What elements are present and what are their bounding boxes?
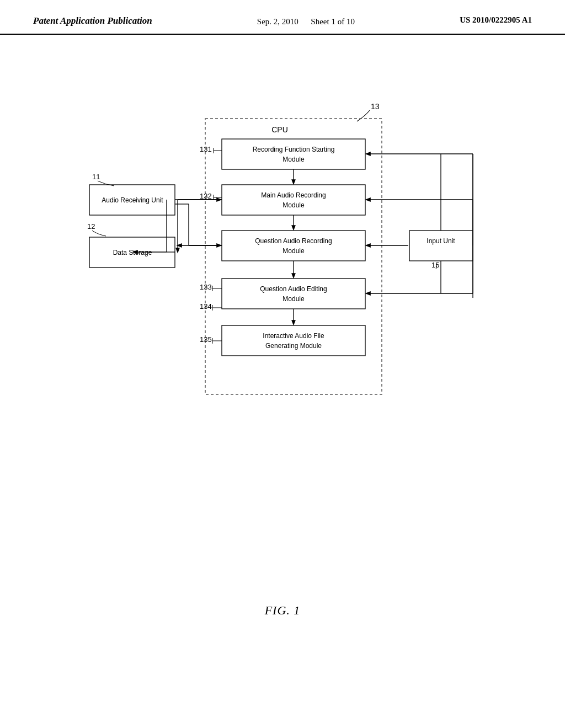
pub-date: Sep. 2, 2010	[257, 17, 299, 26]
input-unit-label: Input Unit	[427, 237, 455, 245]
svg-rect-7	[222, 231, 365, 261]
ref-133: 133	[200, 283, 212, 291]
main-audio-label2: Module	[282, 201, 305, 209]
ref-13: 13	[371, 102, 380, 111]
ref-15: 15	[431, 261, 439, 269]
publication-label: Patent Application Publication	[33, 15, 152, 26]
svg-rect-8	[222, 279, 365, 309]
q-audio-rec-label: Question Audio Recording	[255, 237, 332, 245]
q-audio-edit-label: Question Audio Editing	[260, 285, 327, 293]
sheet-info: Sheet 1 of 10	[311, 17, 355, 26]
date-sheet-info: Sep. 2, 2010 Sheet 1 of 10	[257, 15, 355, 28]
ref-11: 11	[92, 173, 100, 181]
rec-func-label: Recording Function Starting	[253, 146, 335, 153]
patent-number: US 2010/0222905 A1	[460, 15, 532, 25]
interact-audio-label2: Generating Module	[265, 342, 322, 350]
svg-rect-1	[222, 139, 365, 169]
ref-132: 132	[200, 192, 212, 200]
q-audio-rec-label2: Module	[282, 247, 305, 255]
cpu-label: CPU	[271, 125, 288, 134]
diagram-area: 13 CPU Recording Function Starting Modul…	[0, 83, 565, 469]
svg-rect-13	[222, 325, 365, 356]
audio-recv-label: Audio Receiving Unit	[102, 196, 163, 204]
data-storage-label: Data Storage	[113, 249, 152, 256]
interact-audio-label: Interactive Audio File	[263, 332, 324, 340]
figure-label: FIG. 1	[265, 603, 301, 618]
rec-func-label2: Module	[282, 156, 305, 163]
ref-12: 12	[87, 222, 95, 231]
q-audio-edit-label2: Module	[282, 295, 305, 303]
svg-rect-4	[222, 185, 365, 215]
patent-diagram: 13 CPU Recording Function Starting Modul…	[56, 83, 509, 469]
ref-131: 131	[200, 145, 212, 153]
svg-rect-18	[409, 231, 473, 261]
page-header: Patent Application Publication Sep. 2, 2…	[0, 0, 565, 35]
main-audio-label: Main Audio Recording	[261, 191, 326, 199]
ref-135: 135	[200, 335, 212, 344]
ref-134: 134	[200, 302, 212, 311]
